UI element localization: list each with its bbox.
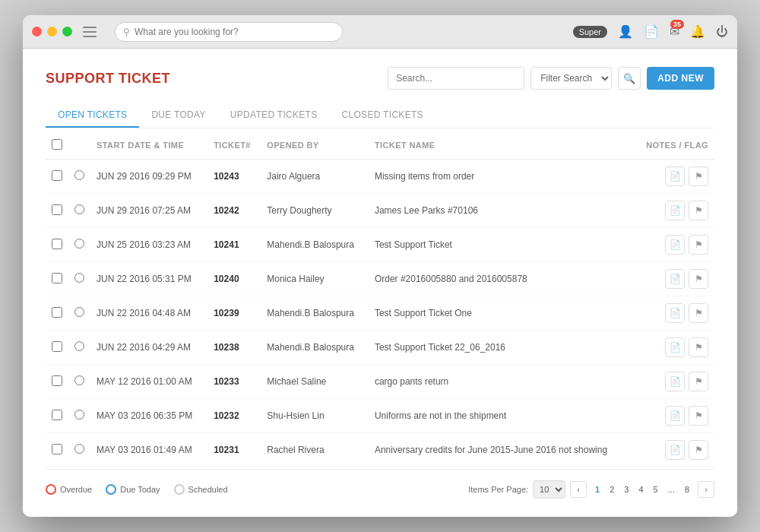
- page-4[interactable]: 4: [635, 483, 647, 496]
- row-radio-cell[interactable]: [68, 433, 90, 467]
- flag-button[interactable]: ⚑: [689, 303, 708, 323]
- row-radio-cell[interactable]: [68, 296, 90, 331]
- row-checkbox[interactable]: [52, 375, 62, 386]
- email-icon[interactable]: ✉ 35: [670, 24, 679, 39]
- filter-search-select[interactable]: Filter Search: [530, 67, 612, 90]
- row-radio-cell[interactable]: [68, 262, 90, 296]
- row-radio[interactable]: [74, 375, 84, 385]
- notes-button[interactable]: 📄: [665, 440, 685, 460]
- row-checkbox-cell[interactable]: [46, 331, 68, 365]
- tab-due-today[interactable]: DUE TODAY: [139, 103, 217, 128]
- col-radio: [68, 131, 90, 160]
- prev-page-button[interactable]: ‹: [570, 481, 587, 498]
- row-checkbox-cell[interactable]: [46, 296, 68, 331]
- row-radio-cell[interactable]: [68, 194, 90, 228]
- page-2[interactable]: 2: [606, 483, 618, 496]
- col-ticket-name: TICKET NAME: [369, 131, 634, 160]
- close-button[interactable]: [32, 27, 42, 36]
- notes-button[interactable]: 📄: [665, 269, 685, 289]
- global-search-bar[interactable]: ⚲: [115, 22, 343, 42]
- minimize-button[interactable]: [47, 27, 57, 36]
- items-per-page-select[interactable]: 10 25 50: [533, 480, 565, 499]
- page-title: SUPPORT TICKET: [46, 71, 170, 87]
- notes-button[interactable]: 📄: [665, 235, 685, 255]
- row-radio[interactable]: [74, 239, 84, 249]
- page-1[interactable]: 1: [591, 483, 603, 496]
- notification-badge: 35: [670, 20, 684, 29]
- row-checkbox[interactable]: [52, 444, 62, 454]
- table-row: JUN 22 2016 04:29 AM 10238 Mahendi.B Bal…: [46, 331, 714, 365]
- flag-button[interactable]: ⚑: [689, 440, 708, 460]
- row-radio-cell[interactable]: [68, 399, 90, 433]
- tab-updated-tickets[interactable]: UPDATED TICKETS: [218, 103, 330, 128]
- row-radio-cell[interactable]: [68, 331, 90, 365]
- page-5[interactable]: 5: [650, 483, 662, 496]
- row-checkbox[interactable]: [52, 170, 62, 181]
- ticket-search-input[interactable]: [388, 67, 524, 90]
- row-radio[interactable]: [74, 273, 84, 283]
- row-checkbox[interactable]: [52, 239, 62, 249]
- power-icon[interactable]: ⏻: [716, 25, 728, 39]
- add-new-button[interactable]: ADD NEW: [647, 67, 714, 90]
- global-search-input[interactable]: [135, 27, 334, 37]
- user-icon[interactable]: 👤: [618, 24, 633, 39]
- tab-closed-tickets[interactable]: CLOSED TICKETS: [330, 103, 435, 128]
- row-ticket-number: 10239: [207, 296, 261, 331]
- row-checkbox[interactable]: [52, 410, 62, 420]
- row-checkbox-cell[interactable]: [46, 160, 68, 194]
- col-opened-by: OPENED BY: [261, 131, 369, 160]
- col-notes-flag: NOTES / FLAG: [634, 131, 714, 160]
- header-actions: Filter Search 🔍 ADD NEW: [388, 67, 714, 90]
- notes-button[interactable]: 📄: [665, 406, 685, 426]
- document-icon[interactable]: 📄: [644, 24, 659, 39]
- row-checkbox-cell[interactable]: [46, 433, 68, 467]
- row-ticket-number: 10238: [207, 331, 261, 365]
- notes-button[interactable]: 📄: [665, 303, 685, 323]
- notes-button[interactable]: 📄: [665, 201, 685, 220]
- flag-button[interactable]: ⚑: [689, 406, 708, 426]
- row-radio[interactable]: [74, 410, 84, 420]
- select-all-checkbox[interactable]: [52, 139, 62, 150]
- row-checkbox[interactable]: [52, 273, 62, 283]
- row-radio-cell[interactable]: [68, 365, 90, 399]
- row-checkbox-cell[interactable]: [46, 262, 68, 296]
- row-notes-flag: 📄 ⚑: [634, 194, 714, 228]
- notes-button[interactable]: 📄: [665, 166, 685, 186]
- page-8[interactable]: 8: [681, 483, 693, 496]
- search-button[interactable]: 🔍: [618, 67, 641, 90]
- row-checkbox[interactable]: [52, 204, 62, 215]
- row-radio[interactable]: [74, 341, 84, 351]
- flag-button[interactable]: ⚑: [689, 337, 708, 357]
- page-3[interactable]: 3: [620, 483, 632, 496]
- row-radio-cell[interactable]: [68, 160, 90, 194]
- next-page-button[interactable]: ›: [698, 481, 714, 498]
- table-row: JUN 29 2016 07:25 AM 10242 Terry Dougher…: [46, 194, 714, 228]
- row-checkbox-cell[interactable]: [46, 228, 68, 262]
- flag-button[interactable]: ⚑: [689, 166, 708, 186]
- row-checkbox-cell[interactable]: [46, 365, 68, 399]
- flag-button[interactable]: ⚑: [689, 201, 708, 220]
- menu-icon[interactable]: [83, 21, 104, 43]
- bell-icon[interactable]: 🔔: [690, 24, 705, 39]
- row-checkbox[interactable]: [52, 307, 62, 318]
- row-radio[interactable]: [74, 170, 84, 180]
- row-radio-cell[interactable]: [68, 228, 90, 262]
- row-checkbox-cell[interactable]: [46, 194, 68, 228]
- flag-button[interactable]: ⚑: [689, 372, 708, 391]
- table-row: MAY 03 2016 06:35 PM 10232 Shu-Hsien Lin…: [46, 399, 714, 433]
- notes-button[interactable]: 📄: [665, 372, 685, 391]
- tab-open-tickets[interactable]: OPEN TICKETS: [46, 103, 139, 128]
- row-notes-flag: 📄 ⚑: [634, 433, 714, 467]
- maximize-button[interactable]: [62, 27, 72, 36]
- flag-button[interactable]: ⚑: [689, 235, 708, 255]
- row-checkbox[interactable]: [52, 341, 62, 352]
- row-checkbox-cell[interactable]: [46, 399, 68, 433]
- row-date: JUN 25 2016 03:23 AM: [90, 228, 207, 262]
- table-row: MAY 03 2016 01:49 AM 10231 Rachel Rivera…: [46, 433, 714, 467]
- flag-button[interactable]: ⚑: [689, 269, 708, 289]
- notes-button[interactable]: 📄: [665, 337, 685, 357]
- row-radio[interactable]: [74, 444, 84, 454]
- row-radio[interactable]: [74, 307, 84, 317]
- row-radio[interactable]: [74, 204, 84, 214]
- row-notes-flag: 📄 ⚑: [634, 399, 714, 433]
